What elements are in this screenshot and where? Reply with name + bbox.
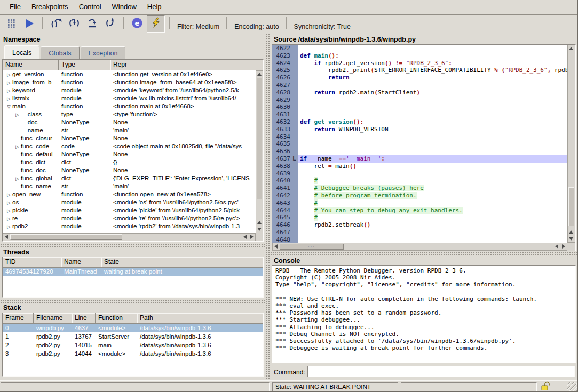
- table-row[interactable]: ▷__class__type<type 'function'>: [3, 110, 256, 118]
- source-line-4629[interactable]: 4629: [272, 97, 567, 104]
- table-row[interactable]: 2rpdb2.py14015main/data/sys/bin/winpdb-1…: [3, 341, 263, 349]
- line-number-gutter[interactable]: 4645: [272, 214, 298, 221]
- line-number-gutter[interactable]: 4646: [272, 221, 298, 229]
- table-row[interactable]: func_closurNoneTypeNone: [3, 134, 256, 142]
- go-button[interactable]: [21, 17, 38, 33]
- source-line-4622[interactable]: 4622: [272, 45, 567, 52]
- tree-collapsed-icon[interactable]: ▷: [5, 223, 12, 230]
- table-row[interactable]: ▷get_versionfunction<function get_versio…: [3, 70, 256, 78]
- step-over-button[interactable]: [47, 16, 65, 32]
- source-line-4638[interactable]: 4638 ret = main(): [272, 163, 567, 170]
- namespace-hscrollbar[interactable]: ···: [3, 233, 256, 241]
- line-number-gutter[interactable]: 4648: [272, 236, 298, 243]
- line-number-gutter[interactable]: 4642: [272, 192, 298, 199]
- tab-locals[interactable]: Locals: [4, 45, 39, 60]
- scroll-thumb[interactable]: ···: [10, 234, 122, 240]
- source-line-4625[interactable]: 4625 rpdb2._print(STR_ERROR_INTERFACE_CO…: [272, 67, 567, 74]
- line-number-gutter[interactable]: 4633: [272, 126, 298, 133]
- column-header-frame[interactable]: Frame: [3, 313, 34, 324]
- column-header-name[interactable]: Name: [61, 257, 101, 268]
- source-console-splitter[interactable]: [270, 251, 578, 255]
- column-header-function[interactable]: Function: [96, 313, 137, 324]
- source-line-4639[interactable]: 4639: [272, 170, 567, 178]
- menu-file[interactable]: File: [4, 0, 26, 11]
- column-header-type[interactable]: Type: [59, 60, 110, 70]
- scroll-left-arrow[interactable]: [242, 234, 248, 240]
- line-number-gutter[interactable]: 4623: [272, 52, 298, 60]
- line-number-gutter[interactable]: 4647: [272, 229, 298, 236]
- tree-collapsed-icon[interactable]: ▷: [5, 87, 12, 94]
- column-header-filename[interactable]: Filename: [34, 313, 72, 324]
- table-row[interactable]: __name__str'main': [3, 126, 256, 134]
- table-row[interactable]: ▽mainfunction<function main at 0x1ef4668…: [3, 102, 256, 110]
- column-header-line[interactable]: Line: [72, 313, 96, 324]
- namespace-threads-splitter[interactable]: [0, 243, 265, 247]
- table-row[interactable]: ▷osmodule<module 'os' from '/usr/lib64/p…: [3, 198, 256, 206]
- tree-collapsed-icon[interactable]: ▷: [5, 71, 12, 78]
- table-row[interactable]: ▷rpdb2module<module 'rpdb2' from '/data/…: [3, 222, 256, 230]
- source-editor[interactable]: 46224623def main():4624 if rpdb2.get_ver…: [272, 44, 576, 251]
- source-line-4645[interactable]: 4645 #: [272, 214, 567, 221]
- column-header-state[interactable]: State: [101, 257, 263, 268]
- source-line-4643[interactable]: 4643 #: [272, 199, 567, 207]
- scroll-left-arrow[interactable]: [3, 234, 10, 240]
- source-line-4635[interactable]: 4635: [272, 140, 567, 148]
- table-row[interactable]: func_docNoneTypeNone: [3, 166, 256, 174]
- tab-exception[interactable]: Exception: [81, 46, 126, 60]
- synchronicity-toggle-button[interactable]: [147, 15, 165, 33]
- source-line-4627[interactable]: 4627: [272, 82, 567, 89]
- scroll-up-arrow[interactable]: [256, 71, 263, 77]
- line-number-gutter[interactable]: 4622: [272, 45, 298, 52]
- run-to-cursor-button[interactable]: [102, 16, 119, 32]
- table-row[interactable]: 3rpdb2.py14044<module>/data/sys/bin/winp…: [3, 349, 263, 358]
- scroll-right-arrow[interactable]: [249, 234, 255, 240]
- line-number-gutter[interactable]: 4637L: [272, 155, 298, 163]
- source-vscrollbar[interactable]: [567, 45, 575, 243]
- line-number-gutter[interactable]: 4641: [272, 185, 298, 192]
- line-number-gutter[interactable]: 4630: [272, 103, 298, 111]
- scroll-thumb[interactable]: ···: [280, 244, 344, 250]
- main-vertical-splitter[interactable]: [265, 33, 270, 380]
- source-line-4632[interactable]: 4632def get_version():: [272, 118, 567, 126]
- table-row[interactable]: 1rpdb2.py13767StartServer/data/sys/bin/w…: [3, 332, 263, 341]
- source-line-4624[interactable]: 4624 if rpdb2.get_version() != "RPDB_2_3…: [272, 60, 567, 67]
- namespace-vscrollbar[interactable]: [256, 70, 263, 233]
- line-number-gutter[interactable]: 4627: [272, 82, 298, 89]
- scroll-down-arrow[interactable]: [256, 226, 263, 233]
- table-row[interactable]: 46974534127920MainThreadwaiting at break…: [3, 268, 263, 276]
- table-row[interactable]: ▷func_codecode<code object main at 0x180…: [3, 142, 256, 150]
- line-number-gutter[interactable]: 4635: [272, 140, 298, 148]
- source-line-4648[interactable]: 4648: [272, 236, 567, 243]
- tree-collapsed-icon[interactable]: ▷: [14, 111, 21, 118]
- line-number-gutter[interactable]: 4631: [272, 111, 298, 118]
- scroll-up-arrow[interactable]: [568, 229, 574, 235]
- step-into-button[interactable]: [66, 16, 83, 32]
- tree-collapsed-icon[interactable]: ▷: [5, 207, 12, 214]
- line-number-gutter[interactable]: 4638: [272, 163, 298, 170]
- table-row[interactable]: ▷remodule<module 're' from '/usr/lib64/p…: [3, 214, 256, 222]
- scroll-thumb[interactable]: [257, 78, 262, 199]
- command-input[interactable]: [307, 366, 575, 377]
- source-line-4626[interactable]: 4626 return: [272, 74, 567, 82]
- line-number-gutter[interactable]: 4643: [272, 199, 298, 207]
- line-number-gutter[interactable]: 4624: [272, 60, 298, 67]
- tree-collapsed-icon[interactable]: ▷: [5, 95, 12, 102]
- scroll-right-arrow[interactable]: [560, 243, 567, 250]
- table-row[interactable]: __doc__NoneTypeNone: [3, 118, 256, 126]
- source-line-4623[interactable]: 4623def main():: [272, 52, 567, 60]
- table-row[interactable]: ▷open_newfunction<function open_new at 0…: [3, 190, 256, 198]
- source-hscrollbar[interactable]: ···: [272, 243, 567, 251]
- tree-expanded-icon[interactable]: ▽: [5, 103, 12, 110]
- line-number-gutter[interactable]: 4640: [272, 177, 298, 185]
- line-number-gutter[interactable]: 4639: [272, 170, 298, 178]
- tree-collapsed-icon[interactable]: ▷: [14, 175, 21, 182]
- column-header-name[interactable]: Name: [3, 60, 59, 70]
- menu-control[interactable]: Control: [74, 0, 107, 11]
- line-number-gutter[interactable]: 4644: [272, 207, 298, 214]
- menu-breakpoints[interactable]: Breakpoints: [26, 0, 74, 11]
- source-line-4640[interactable]: 4640 #: [272, 177, 567, 185]
- tree-collapsed-icon[interactable]: ▷: [5, 191, 12, 198]
- column-header-tid[interactable]: TID: [3, 257, 61, 268]
- menu-help[interactable]: Help: [142, 0, 167, 11]
- encoding-toggle-button[interactable]: e: [129, 16, 146, 32]
